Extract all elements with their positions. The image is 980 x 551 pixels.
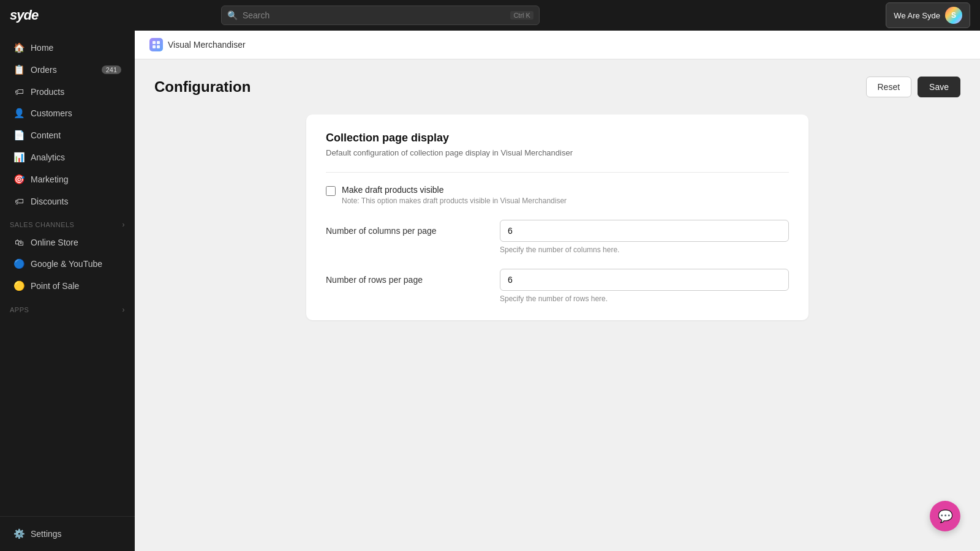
sidebar-label-products: Products [31,87,64,97]
customers-icon: 👤 [13,108,24,119]
checkbox-label-group: Make draft products visible Note: This o… [342,185,567,205]
columns-hint: Specify the number of columns here. [500,246,789,254]
sidebar-item-products[interactable]: 🏷 Products [4,81,131,102]
sidebar-item-orders[interactable]: 📋 Orders 241 [4,59,131,80]
sidebar-item-online-store[interactable]: 🛍 Online Store [4,232,131,252]
rows-input[interactable] [500,269,789,291]
page-title: Configuration [154,78,251,96]
logo: syde [10,7,38,23]
draft-products-checkbox[interactable] [326,186,336,196]
chat-fab[interactable]: 💬 [930,501,960,531]
sidebar-item-google-youtube[interactable]: 🔵 Google & YouTube [4,253,131,274]
svg-rect-1 [157,41,160,44]
home-icon: 🏠 [13,42,24,53]
sidebar-label-content: Content [31,130,61,140]
discounts-icon: 🏷 [13,196,24,206]
sales-channels-section: Sales channels › [0,212,135,231]
checkbox-note: Note: This option makes draft products v… [342,197,567,205]
content-area: Visual Merchandiser Configuration Reset … [135,31,980,551]
orders-icon: 📋 [13,64,24,75]
analytics-icon: 📊 [13,152,24,163]
sidebar-item-discounts[interactable]: 🏷 Discounts [4,191,131,211]
sidebar-item-home[interactable]: 🏠 Home [4,37,131,58]
search-container: 🔍 Ctrl K [221,6,540,25]
svg-rect-0 [153,41,156,44]
content-icon: 📄 [13,130,24,141]
card-title: Collection page display [326,132,789,144]
main-layout: 🏠 Home 📋 Orders 241 🏷 Products 👤 Custome… [0,31,980,551]
app-icon [149,38,163,51]
sidebar-label-orders: Orders [31,65,57,75]
page-header: Configuration Reset Save [154,77,960,97]
marketing-icon: 🎯 [13,174,24,185]
sidebar-item-marketing[interactable]: 🎯 Marketing [4,169,131,190]
products-icon: 🏷 [13,86,24,97]
save-button[interactable]: Save [918,77,960,97]
sidebar-item-customers[interactable]: 👤 Customers [4,103,131,124]
sidebar-item-point-of-sale[interactable]: 🟡 Point of Sale [4,276,131,296]
sidebar-label-google-youtube: Google & YouTube [31,259,102,269]
search-shortcut: Ctrl K [510,11,533,20]
card-divider [326,172,789,173]
topbar: syde 🔍 Ctrl K We Are Syde S [0,0,980,31]
sidebar-item-settings[interactable]: ⚙️ Settings [4,523,131,544]
store-selector-button[interactable]: We Are Syde S [886,2,970,28]
svg-rect-2 [153,45,156,48]
sidebar-item-content[interactable]: 📄 Content [4,125,131,146]
online-store-icon: 🛍 [13,237,24,247]
topbar-right: We Are Syde S [886,2,970,28]
search-input[interactable] [221,6,540,25]
columns-field-group: Specify the number of columns here. [500,220,789,254]
sidebar-footer: ⚙️ Settings [0,516,135,545]
apps-chevron: › [123,305,126,314]
orders-badge: 241 [102,66,121,74]
search-icon: 🔍 [227,10,238,20]
rows-row: Number of rows per page Specify the numb… [326,269,789,303]
sidebar-label-point-of-sale: Point of Sale [31,281,79,291]
store-name: We Are Syde [894,11,940,20]
page-actions: Reset Save [866,77,961,97]
rows-label: Number of rows per page [326,269,485,285]
google-youtube-icon: 🔵 [13,258,24,269]
sales-channels-chevron: › [123,220,126,229]
breadcrumb-title: Visual Merchandiser [168,40,246,50]
columns-row: Number of columns per page Specify the n… [326,220,789,254]
reset-button[interactable]: Reset [866,77,912,97]
columns-input[interactable] [500,220,789,242]
sidebar-label-settings: Settings [31,529,62,539]
card-subtitle: Default configuration of collection page… [326,148,789,157]
sidebar: 🏠 Home 📋 Orders 241 🏷 Products 👤 Custome… [0,31,135,551]
chat-icon: 💬 [938,509,953,523]
columns-label: Number of columns per page [326,220,485,236]
app-breadcrumb: Visual Merchandiser [135,31,980,59]
page-content: Configuration Reset Save Collection page… [135,59,980,551]
sidebar-label-home: Home [31,43,53,53]
point-of-sale-icon: 🟡 [13,280,24,291]
sidebar-label-analytics: Analytics [31,152,65,162]
store-avatar: S [945,7,962,24]
svg-rect-3 [157,45,160,48]
sidebar-label-online-store: Online Store [31,238,78,247]
configuration-card: Collection page display Default configur… [306,114,809,320]
sidebar-label-marketing: Marketing [31,174,68,184]
sidebar-label-customers: Customers [31,108,72,118]
apps-section: Apps › [0,297,135,317]
sidebar-item-analytics[interactable]: 📊 Analytics [4,147,131,168]
rows-hint: Specify the number of rows here. [500,294,789,303]
checkbox-label: Make draft products visible [342,185,567,195]
draft-products-row: Make draft products visible Note: This o… [326,185,789,205]
sidebar-label-discounts: Discounts [31,197,68,206]
rows-field-group: Specify the number of rows here. [500,269,789,303]
settings-icon: ⚙️ [13,528,24,539]
